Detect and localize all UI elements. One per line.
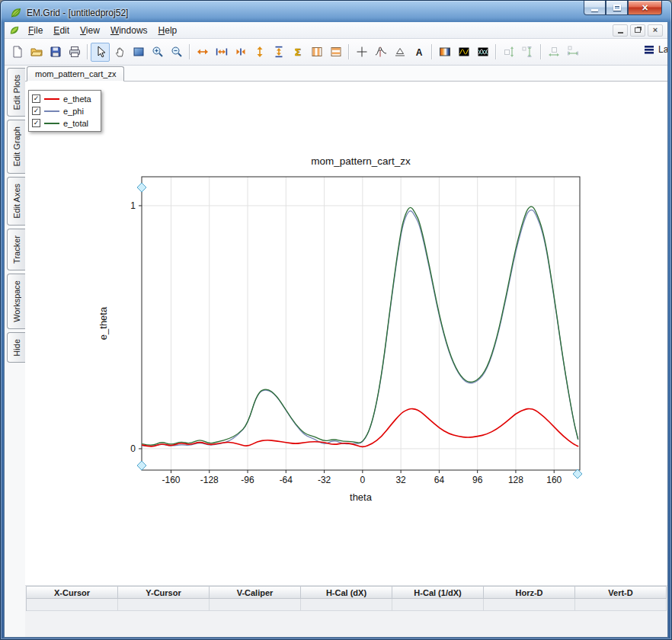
toolbar-separator (431, 44, 432, 59)
layout-lines-icon (643, 43, 655, 56)
svg-text:-64: -64 (280, 475, 293, 485)
zoom-out-button[interactable] (167, 43, 186, 62)
series-color-swatch (44, 110, 59, 112)
expand-horizontal-bounded-button[interactable] (212, 43, 231, 62)
svg-text:-128: -128 (200, 475, 219, 485)
curve-tracker-button[interactable] (371, 43, 390, 62)
mdi-restore-button[interactable] (630, 24, 645, 37)
x-lock-icon (567, 46, 579, 58)
save-button[interactable] (46, 43, 65, 62)
svg-text:0: 0 (130, 443, 136, 454)
mdi-minimize-button[interactable] (613, 24, 628, 37)
expand-horizontal-button[interactable] (193, 43, 212, 62)
side-tab-hide[interactable]: Hide (7, 332, 25, 363)
tile-columns-button[interactable] (307, 43, 326, 62)
y-lock-button[interactable] (518, 43, 537, 62)
maximize-button[interactable] (606, 1, 628, 15)
side-tab-workspace[interactable]: Workspace (7, 274, 25, 329)
side-tab-edit-plots[interactable]: Edit Plots (7, 68, 25, 117)
select-arrow-button[interactable] (91, 43, 110, 62)
column-header: V-Caliper (210, 586, 301, 599)
zoom-in-icon (152, 46, 164, 58)
svg-text:0: 0 (360, 475, 366, 485)
column-header: Horz-D (484, 586, 575, 599)
svg-text:-160: -160 (162, 475, 180, 485)
readout-cell (118, 599, 210, 611)
legend-checkbox-e-total[interactable] (32, 119, 40, 127)
zoom-region-button[interactable] (129, 43, 148, 62)
tile-rows-icon (330, 46, 342, 58)
mdi-close-button[interactable]: × (648, 24, 663, 37)
menu-file[interactable]: File (23, 23, 48, 38)
pan-hand-button[interactable] (110, 43, 129, 62)
side-tab-label: Edit Plots (12, 75, 21, 110)
svg-text:-32: -32 (318, 475, 331, 485)
menu-bar: File Edit View Windows Help × (5, 22, 667, 39)
x-lock-button[interactable] (563, 43, 582, 62)
legend-checkbox-e-theta[interactable] (32, 94, 40, 103)
toolbar-separator (348, 44, 349, 59)
expand-vertical-button[interactable] (250, 43, 269, 62)
layout-group: Layout (643, 43, 667, 56)
app-logo-icon (10, 7, 22, 19)
svg-text:-96: -96 (241, 475, 254, 485)
sum-icon: Σ (292, 46, 304, 58)
save-icon (50, 46, 62, 58)
expand-vertical-icon (254, 46, 266, 58)
side-tab-edit-axes[interactable]: Edit Axes (7, 177, 25, 226)
new-document-button[interactable] (8, 43, 27, 62)
crosshair-button[interactable] (352, 43, 371, 62)
svg-text:1: 1 (130, 200, 136, 211)
close-button[interactable]: × (628, 1, 662, 15)
chart-svg: -160-128-96-64-32032649612816001mom_patt… (96, 146, 599, 512)
menu-help[interactable]: Help (153, 23, 183, 38)
curve-tracker-icon (375, 46, 387, 58)
column-header: X-Cursor (27, 586, 118, 599)
menu-view[interactable]: View (75, 23, 105, 38)
side-tab-edit-graph[interactable]: Edit Graph (7, 120, 25, 174)
legend[interactable]: e_theta e_phi e_total (28, 90, 101, 132)
app-window: EM.Grid - [untitledproj52] × File Edit V… (0, 0, 672, 640)
waveform-multi-button[interactable] (473, 43, 492, 62)
menu-edit[interactable]: Edit (48, 23, 75, 38)
caliper-button[interactable] (390, 43, 409, 62)
y-autoscale-button[interactable] (499, 43, 518, 62)
title-bar[interactable]: EM.Grid - [untitledproj52] × (4, 1, 668, 22)
toolbar-separator (495, 44, 496, 59)
print-button[interactable] (65, 43, 84, 62)
waveform-single-button[interactable] (454, 43, 473, 62)
menu-windows[interactable]: Windows (105, 23, 153, 38)
side-tab-tracker[interactable]: Tracker (7, 229, 25, 270)
text-label-button[interactable]: A (409, 43, 428, 62)
layout-label[interactable]: Layout (658, 44, 667, 55)
document-tab[interactable]: mom_pattern_cart_zx (27, 66, 124, 82)
zoom-out-icon (171, 46, 183, 58)
tile-columns-icon (311, 46, 323, 58)
readout-cell (27, 599, 118, 611)
side-tab-label: Workspace (12, 280, 21, 322)
y-lock-icon (522, 46, 534, 58)
readout-cell (301, 599, 392, 611)
side-tab-label: Edit Axes (12, 184, 21, 219)
chart-canvas[interactable]: -160-128-96-64-32032649612816001mom_patt… (96, 146, 599, 512)
svg-text:96: 96 (472, 475, 483, 485)
compress-horizontal-button[interactable] (231, 43, 250, 62)
readout-cell (210, 599, 301, 611)
readout-cell (392, 599, 484, 611)
zoom-in-button[interactable] (148, 43, 167, 62)
legend-checkbox-e-phi[interactable] (32, 107, 40, 115)
expand-vertical-bounded-button[interactable] (269, 43, 288, 62)
open-folder-button[interactable] (27, 43, 46, 62)
minimize-button[interactable] (584, 1, 606, 15)
readout-cell (484, 599, 575, 611)
compress-horizontal-icon (235, 46, 247, 58)
sum-button[interactable]: Σ (288, 43, 307, 62)
legend-item: e_total (32, 118, 91, 128)
waveform-single-icon (458, 46, 470, 58)
column-header: Y-Cursor (118, 586, 210, 599)
colormap-button[interactable] (435, 43, 454, 62)
x-autoscale-button[interactable] (544, 43, 563, 62)
legend-item: e_theta (32, 94, 91, 104)
toolbar-separator (540, 44, 541, 59)
tile-rows-button[interactable] (326, 43, 345, 62)
